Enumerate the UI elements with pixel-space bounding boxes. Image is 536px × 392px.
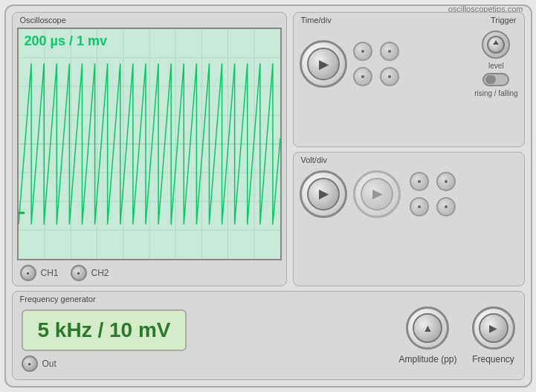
voltdiv-arrow2: ▶ <box>372 187 381 201</box>
amplitude-knob[interactable] <box>406 306 449 350</box>
timediv-knob[interactable]: ▶ <box>300 40 347 88</box>
voltdiv-arrow: ▶ <box>319 187 328 201</box>
trigger-label: Trigger <box>491 16 516 25</box>
ch1-label: CH1 <box>41 268 59 278</box>
ch2-indicator: CH2 <box>71 265 109 281</box>
out-knob[interactable] <box>22 356 38 372</box>
voltdiv-knob[interactable]: ▶ <box>300 170 347 218</box>
oscilloscope-panel: Oscilloscope 200 µs / 1 mv <box>12 12 287 286</box>
trigger-rising-falling-label: rising / falling <box>474 89 517 97</box>
amplitude-label: Amplitude (pp) <box>398 354 456 364</box>
voltdiv-small-knob-2[interactable] <box>436 172 456 191</box>
freq-gen-label: Frequency generator <box>20 295 96 303</box>
freq-value: 5 kHz / 10 mV <box>38 318 171 341</box>
scope-waveform <box>19 29 280 259</box>
trigger-controls: level rising / falling <box>474 30 517 97</box>
voltdiv-small-knobs <box>410 172 456 216</box>
voltdiv-knob2[interactable]: ▶ <box>353 170 401 218</box>
frequency-arrow-icon <box>489 321 497 335</box>
trigger-level-label: level <box>488 62 504 70</box>
scope-reading: 200 µs / 1 mv <box>25 33 107 49</box>
frequency-label: Frequency <box>472 354 514 364</box>
frequency-knob[interactable] <box>472 306 515 350</box>
timediv-arrow: ▶ <box>319 57 328 71</box>
out-label: Out <box>42 359 56 369</box>
oscilloscope-label: Oscilloscope <box>20 16 66 25</box>
timediv-small-knobs <box>353 42 399 86</box>
frequency-knob-inner <box>479 313 508 343</box>
freq-display: 5 kHz / 10 mV <box>22 309 187 351</box>
amplitude-arrow-icon <box>423 321 433 335</box>
voltdiv-small-knob-1[interactable] <box>410 172 429 191</box>
timediv-knob-inner: ▶ <box>307 48 340 80</box>
amplitude-control: Amplitude (pp) <box>398 306 456 364</box>
frequency-control: Frequency <box>472 306 515 364</box>
top-section: Oscilloscope 200 µs / 1 mv <box>12 12 525 286</box>
amplitude-knob-inner <box>413 313 442 343</box>
ch1-indicator: CH1 <box>20 265 59 281</box>
ch1-knob[interactable] <box>20 265 36 281</box>
voltdiv-small-knob-3[interactable] <box>410 197 429 216</box>
ch2-label: CH2 <box>91 268 109 278</box>
timediv-small-knob-3[interactable] <box>353 67 372 86</box>
voltdiv-section: Volt/div ▶ ▶ <box>293 152 525 287</box>
ch2-knob[interactable] <box>71 265 87 281</box>
timediv-small-knob-4[interactable] <box>380 67 399 86</box>
freq-display-group: 5 kHz / 10 mV Out <box>22 299 187 372</box>
voltdiv-knob2-inner: ▶ <box>361 178 393 211</box>
timediv-label: Time/div <box>301 16 332 25</box>
freq-controls: Amplitude (pp) Frequency <box>398 306 514 364</box>
trigger-level-knob[interactable] <box>482 30 510 59</box>
voltdiv-small-knob-4[interactable] <box>436 197 456 216</box>
scope-bottom: CH1 CH2 <box>17 265 282 281</box>
voltdiv-label: Volt/div <box>301 155 327 164</box>
main-container: oscilloscopetips.com Oscilloscope 200 µs… <box>4 4 532 388</box>
timediv-section: Time/div Trigger ▶ <box>293 12 525 147</box>
timediv-small-knob-2[interactable] <box>380 42 399 61</box>
freq-out: Out <box>22 356 187 372</box>
scope-screen: 200 µs / 1 mv <box>17 28 282 260</box>
controls-panel: Time/div Trigger ▶ <box>293 12 525 286</box>
freq-gen-section: Frequency generator 5 kHz / 10 mV Out Am… <box>12 291 525 380</box>
trigger-knob-inner <box>487 36 505 54</box>
voltdiv-knob-inner: ▶ <box>307 178 340 211</box>
trigger-toggle[interactable] <box>482 73 509 86</box>
timediv-small-knob-1[interactable] <box>353 42 372 61</box>
